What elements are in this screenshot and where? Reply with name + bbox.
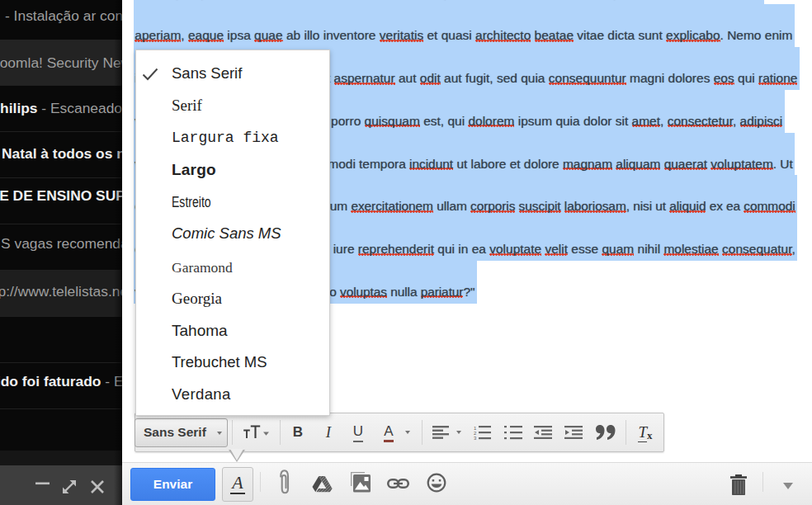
svg-text:1: 1 [474,426,477,431]
svg-text:3: 3 [474,436,477,440]
